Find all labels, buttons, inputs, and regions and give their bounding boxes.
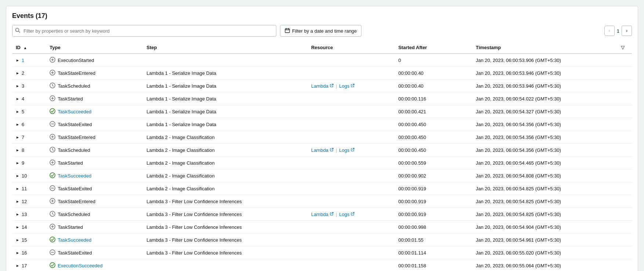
cell-filter-empty: [617, 182, 632, 195]
row-expand-button[interactable]: ►: [16, 97, 21, 101]
lambda-link[interactable]: Lambda: [311, 212, 328, 217]
row-expand-button[interactable]: ►: [16, 71, 21, 75]
id-value: 17: [22, 263, 27, 268]
cell-id: ►4: [12, 92, 46, 105]
row-expand-button[interactable]: ►: [16, 199, 21, 204]
col-type-label: Type: [50, 45, 60, 50]
prev-page-button[interactable]: ‹: [604, 26, 615, 36]
circle-plus-icon: [50, 198, 55, 205]
col-header-id[interactable]: ID ▲: [12, 42, 46, 54]
resource-cell: Lambda | Logs: [311, 83, 391, 89]
table-row: ►1ExecutionStarted0Jan 20, 2023, 06:00:5…: [12, 54, 632, 67]
col-id-label: ID: [16, 45, 21, 50]
row-expand-button[interactable]: ►: [16, 122, 21, 127]
type-link[interactable]: TaskSucceeded: [58, 173, 91, 179]
row-expand-button[interactable]: ►: [16, 58, 21, 62]
circle-clock-icon: [50, 83, 55, 89]
row-expand-button[interactable]: ►: [16, 225, 21, 229]
cell-type: TaskStateEntered: [46, 195, 143, 208]
type-link[interactable]: TaskSucceeded: [58, 109, 91, 114]
cell-started-after: 00:00:00.450: [394, 118, 472, 131]
logs-link[interactable]: Logs: [339, 147, 349, 153]
cell-resource: [308, 234, 395, 246]
cell-step: Lambda 1 - Serialize Image Data: [143, 92, 308, 105]
cell-resource: [308, 105, 395, 118]
cell-step: Lambda 1 - Serialize Image Data: [143, 105, 308, 118]
toolbar: Filter by a date and time range ‹ 1 ›: [12, 25, 632, 37]
cell-resource: Lambda | Logs: [308, 208, 395, 221]
table-row: ►4TaskStartedLambda 1 - Serialize Image …: [12, 92, 632, 105]
id-value: 2: [22, 70, 24, 76]
id-link[interactable]: 1: [22, 58, 24, 63]
calendar-icon: [285, 28, 290, 34]
row-expand-button[interactable]: ►: [16, 238, 21, 242]
type-value: TaskStateEntered: [58, 70, 95, 76]
row-expand-button[interactable]: ►: [16, 148, 21, 152]
date-filter-label: Filter by a date and time range: [292, 28, 357, 34]
resource-cell: Lambda | Logs: [311, 147, 391, 153]
circle-check-icon: [50, 237, 55, 243]
circle-plus-icon: [50, 70, 55, 76]
events-panel: Events (17) Filter by a date and time: [6, 6, 638, 271]
id-value: 13: [22, 212, 27, 217]
cell-filter-empty: [617, 80, 632, 92]
cell-type: TaskScheduled: [46, 80, 143, 92]
cell-timestamp: Jan 20, 2023, 06:00:54.825 (GMT+5:30): [472, 195, 618, 208]
table-body: ►1ExecutionStarted0Jan 20, 2023, 06:00:5…: [12, 54, 632, 271]
next-page-button[interactable]: ›: [622, 26, 632, 36]
cell-id: ►1: [12, 54, 46, 67]
cell-id: ►5: [12, 105, 46, 118]
row-expand-button[interactable]: ►: [16, 110, 21, 114]
type-link[interactable]: ExecutionSucceeded: [58, 263, 102, 268]
row-expand-button[interactable]: ►: [16, 174, 21, 178]
cell-id: ►16: [12, 246, 46, 259]
cell-started-after: 00:00:01.114: [394, 246, 472, 259]
logs-link[interactable]: Logs: [339, 212, 349, 217]
cell-type: TaskStarted: [46, 221, 143, 234]
row-expand-button[interactable]: ►: [16, 264, 21, 268]
pagination: ‹ 1 ›: [604, 26, 632, 36]
cell-resource: [308, 259, 395, 271]
circle-minus-icon: [50, 121, 55, 128]
cell-started-after: 0: [394, 54, 472, 67]
cell-id: ►14: [12, 221, 46, 234]
table-row: ►17ExecutionSucceeded00:00:01.158Jan 20,…: [12, 259, 632, 271]
cell-started-after: 00:00:00.116: [394, 92, 472, 105]
cell-type: TaskStateExited: [46, 182, 143, 195]
type-value: TaskStateEntered: [58, 135, 95, 140]
lambda-link[interactable]: Lambda: [311, 83, 328, 89]
cell-started-after: 00:00:00.40: [394, 67, 472, 80]
cell-started-after: 00:00:00.40: [394, 80, 472, 92]
table-row: ►9TaskStartedLambda 2 - Image Classifica…: [12, 157, 632, 169]
cell-resource: [308, 169, 395, 182]
circle-plus-icon: [50, 134, 55, 140]
lambda-link[interactable]: Lambda: [311, 147, 328, 153]
cell-resource: [308, 195, 395, 208]
cell-step: Lambda 2 - Image Classification: [143, 157, 308, 169]
row-expand-button[interactable]: ►: [16, 135, 21, 139]
cell-resource: [308, 182, 395, 195]
col-header-filter[interactable]: ▽: [617, 42, 632, 54]
cell-type: TaskScheduled: [46, 208, 143, 221]
cell-timestamp: Jan 20, 2023, 06:00:53.906 (GMT+5:30): [472, 54, 618, 67]
cell-id: ►8: [12, 144, 46, 157]
col-header-timestamp: Timestamp: [472, 42, 618, 54]
cell-started-after: 00:00:01.55: [394, 234, 472, 246]
date-filter-button[interactable]: Filter by a date and time range: [280, 25, 361, 37]
cell-filter-empty: [617, 144, 632, 157]
row-expand-button[interactable]: ►: [16, 251, 21, 255]
row-expand-button[interactable]: ►: [16, 187, 21, 191]
cell-type: TaskStateExited: [46, 118, 143, 131]
row-expand-button[interactable]: ►: [16, 84, 21, 88]
search-input[interactable]: [12, 25, 276, 37]
row-expand-button[interactable]: ►: [16, 212, 21, 216]
cell-type: TaskStateExited: [46, 246, 143, 259]
svg-point-26: [50, 173, 55, 178]
row-expand-button[interactable]: ►: [16, 161, 21, 165]
id-value: 10: [22, 173, 27, 179]
cell-step: Lambda 3 - Filter Low Confidence Inferen…: [143, 234, 308, 246]
type-link[interactable]: TaskSucceeded: [58, 237, 91, 243]
logs-link[interactable]: Logs: [339, 83, 349, 89]
id-value: 11: [22, 186, 27, 191]
cell-type: TaskStateEntered: [46, 67, 143, 80]
